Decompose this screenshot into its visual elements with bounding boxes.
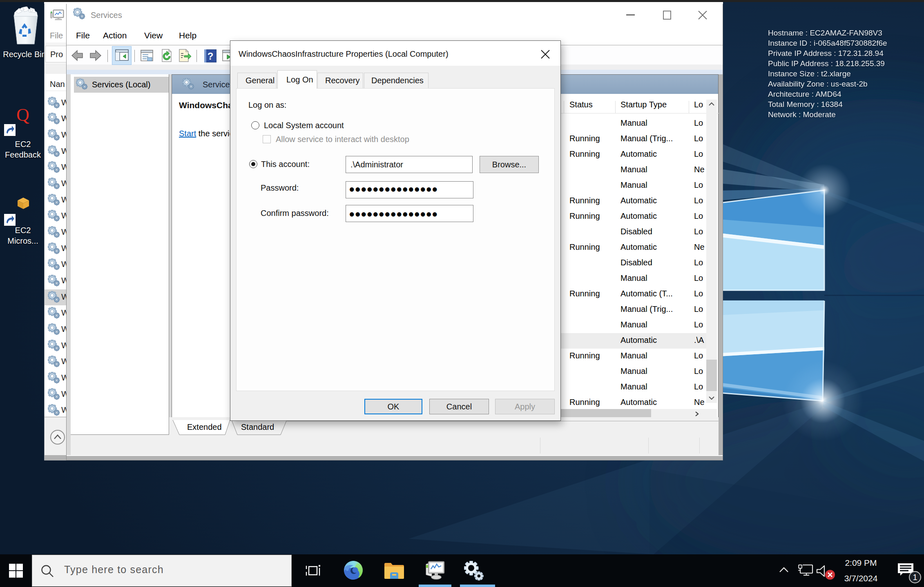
svg-text:1: 1 [913,573,917,582]
